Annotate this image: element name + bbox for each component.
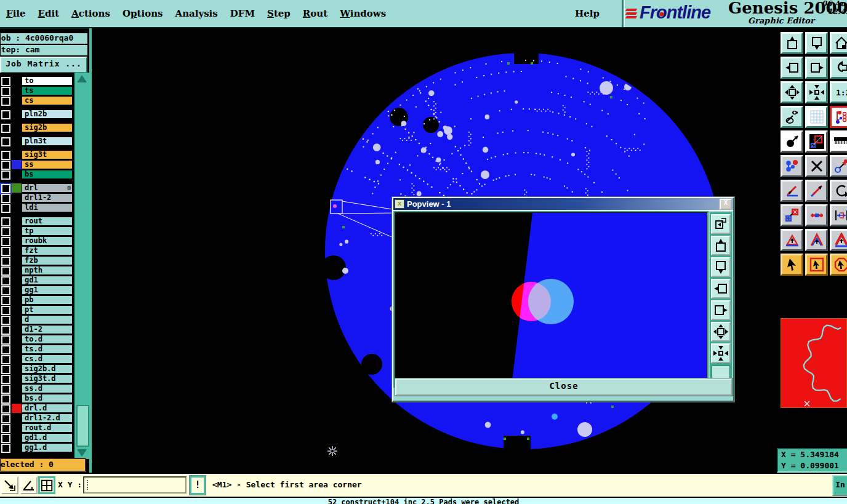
layer-swatch[interactable] [12,183,22,193]
menu-item-rout[interactable]: Rout [297,7,334,20]
layer-checkbox-fzb[interactable] [1,257,10,266]
layer-row-fzt[interactable]: fzt [0,246,73,255]
layer-row-ss[interactable]: ss [0,160,73,169]
menu-item-file[interactable]: File [0,7,32,20]
layer-row-ss.d[interactable]: ss.d [0,384,73,393]
net-dots-button[interactable] [781,155,803,177]
layer-checkbox-pln3t[interactable] [1,137,10,146]
popview-window-copy-button[interactable] [711,214,731,234]
popview-window-icon[interactable]: x [395,199,404,209]
home-button[interactable] [830,32,847,54]
layer-row-drl[interactable]: drl⊞ [0,183,73,193]
ruler-button[interactable] [830,130,847,153]
delete-x-button[interactable] [805,155,828,177]
layer-checkbox-gd1.d[interactable] [1,434,10,443]
layer-row-fzb[interactable]: fzb [0,256,73,265]
netlist-button[interactable] [830,106,847,128]
layer-row-d1-2[interactable]: d1-2 [0,325,73,334]
layer-swatch[interactable] [12,404,22,413]
layer-checkbox-pt[interactable] [1,306,10,315]
circle-arrow-button[interactable] [781,130,803,153]
layer-swatch[interactable] [12,345,22,354]
menu-item-options[interactable]: Options [116,7,169,20]
scroll-up-icon[interactable] [77,75,87,82]
layer-row-rout.d[interactable]: rout.d [0,423,73,433]
layer-squares-button[interactable] [805,130,828,153]
layer-swatch[interactable] [12,433,22,442]
layer-swatch[interactable] [12,236,22,246]
layer-checkbox-drl.d[interactable] [1,404,10,414]
layer-row-drl.d[interactable]: drl.d [0,404,73,413]
layer-checkbox-to[interactable] [1,77,10,86]
layer-swatch[interactable] [12,160,22,169]
layer-checkbox-fzt[interactable] [1,247,10,256]
layer-checkbox-ldi[interactable] [1,204,10,213]
xy-input[interactable] [83,476,187,494]
popview-center-button[interactable] [711,343,731,363]
scroll-down-icon[interactable] [77,449,87,457]
layer-row-bs.d[interactable]: bs.d [0,394,73,403]
alert-button[interactable]: ! [190,476,206,495]
layer-checkbox-d1-2[interactable] [1,326,10,335]
layer-swatch[interactable] [12,203,22,212]
layer-swatch[interactable] [12,286,22,295]
layer-checkbox-gd1[interactable] [1,276,10,286]
popview-window[interactable]: x Popview - 1 X Close [392,197,734,402]
layer-row-rout[interactable]: rout [0,217,73,226]
layer-swatch[interactable] [12,86,22,95]
dot-arrow-button[interactable] [830,155,847,177]
layer-row-gd1.d[interactable]: gd1.d [0,433,73,442]
layer-checkbox-ts[interactable] [1,87,10,96]
layer-row-sig3t.d[interactable]: sig3t.d [0,374,73,383]
layer-checkbox-pb[interactable] [1,296,10,305]
layer-checkbox-gg1[interactable] [1,286,10,295]
layer-swatch[interactable] [12,295,22,305]
layer-swatch[interactable] [12,354,22,364]
layer-checkbox-bs.d[interactable] [1,394,10,404]
layer-checkbox-npth[interactable] [1,266,10,276]
layer-checkbox-to.d[interactable] [1,335,10,345]
menu-item-step[interactable]: Step [261,7,297,20]
layer-row-pln2b[interactable]: pln2b [0,110,73,119]
layer-checkbox-rout[interactable] [1,217,10,226]
layer-swatch[interactable] [12,193,22,202]
layer-row-gg1[interactable]: gg1 [0,286,73,295]
popview-canvas[interactable] [395,212,707,386]
layer-row-sig2b[interactable]: sig2b [0,123,73,132]
layer-checkbox-drl1-2.d[interactable] [1,414,10,423]
pad-copy-button[interactable] [781,204,803,226]
layer-row-tp[interactable]: tp [0,226,73,236]
layer-swatch[interactable] [12,170,22,179]
layer-checkbox-sig3t[interactable] [1,151,10,160]
triangle-up-button[interactable] [781,229,803,251]
overview-thumbnail[interactable] [781,318,847,408]
tools-button[interactable] [781,106,803,128]
angle-measure-button[interactable] [20,476,38,494]
slash-button[interactable] [805,180,828,202]
layer-swatch[interactable] [12,137,22,146]
select-poly-button[interactable] [830,254,847,276]
layer-row-ldi[interactable]: ldi [0,203,73,212]
zoom-in-button[interactable] [781,32,803,54]
center-button[interactable] [805,81,828,103]
layer-checkbox-drl[interactable] [1,184,10,193]
layer-row-drl1-2[interactable]: drl1-2 [0,193,73,202]
layer-row-npth[interactable]: npth [0,266,73,275]
popview-fit-button[interactable] [711,322,731,342]
popview-titlebar[interactable]: x Popview - 1 X [393,198,733,210]
layer-swatch[interactable] [12,394,22,403]
layer-swatch[interactable] [12,217,22,226]
layer-checkbox-rout.d[interactable] [1,424,10,433]
layer-checkbox-sig3t.d[interactable] [1,375,10,384]
menu-item-analysis[interactable]: Analysis [169,7,224,20]
popview-close-button[interactable]: Close [395,378,733,396]
layer-row-sig3t[interactable]: sig3t [0,150,73,159]
layer-checkbox-ts.d[interactable] [1,345,10,354]
layer-checkbox-roubk[interactable] [1,237,10,246]
menu-item-edit[interactable]: Edit [32,7,66,20]
layer-row-gg1.d[interactable]: gg1.d [0,443,73,452]
stretch-button[interactable] [805,204,828,226]
layer-row-ts.d[interactable]: ts.d [0,345,73,354]
triangle-peak-button[interactable] [805,229,828,251]
layer-row-pln3t[interactable]: pln3t [0,137,73,146]
